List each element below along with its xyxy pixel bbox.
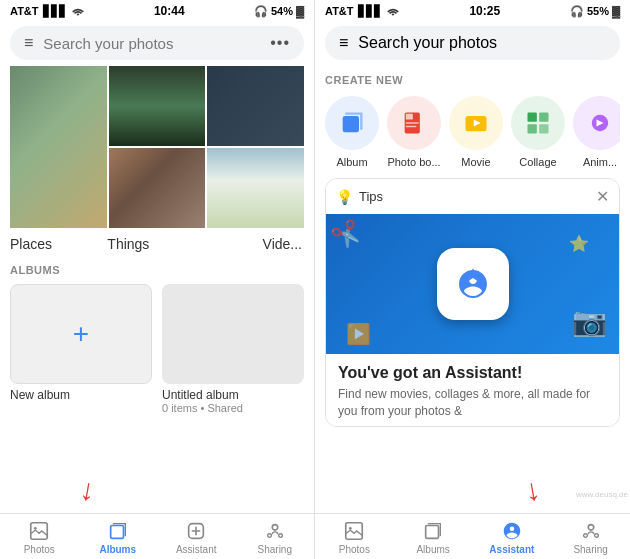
right-nav-assistant-icon (501, 520, 523, 542)
right-battery-icon: ▓ (612, 5, 620, 17)
tips-body: Find new movies, collages & more, all ma… (338, 386, 607, 420)
photo-cell-2[interactable] (109, 66, 206, 146)
right-nav-sharing-label: Sharing (573, 544, 607, 555)
create-album[interactable]: Album (325, 96, 379, 168)
right-bottom-nav: Photos Albums Assistant Sharing (315, 513, 630, 559)
svg-rect-9 (406, 114, 413, 120)
left-more-icon[interactable]: ••• (270, 34, 290, 52)
category-things[interactable]: Things (107, 236, 204, 252)
left-nav-assistant[interactable]: Assistant (157, 520, 236, 555)
camera-icon: 📷 (572, 305, 607, 338)
create-animation[interactable]: Anim... (573, 96, 620, 168)
svg-rect-21 (426, 526, 439, 539)
tips-close-button[interactable]: ✕ (596, 187, 609, 206)
star-icon: ⭐ (569, 234, 589, 253)
tips-center-assistant-icon (437, 248, 509, 320)
svg-point-5 (267, 534, 271, 538)
right-status-right: 🎧 55% ▓ (570, 5, 620, 18)
right-nav-sharing[interactable]: Sharing (551, 520, 630, 555)
untitled-album-thumb[interactable] (162, 284, 304, 384)
create-movie[interactable]: Movie (449, 96, 503, 168)
photo-cell-4[interactable] (109, 148, 206, 228)
create-movie-label: Movie (461, 156, 490, 168)
left-search-input[interactable]: Search your photos (43, 35, 260, 52)
left-search-bar[interactable]: ≡ Search your photos ••• (10, 26, 304, 60)
tips-title: Tips (359, 189, 590, 204)
create-animation-icon (573, 96, 620, 150)
create-collage-icon (511, 96, 565, 150)
photo-cell-5[interactable] (207, 148, 304, 228)
new-album-thumb[interactable]: + (10, 284, 152, 384)
right-carrier: AT&T (325, 5, 354, 17)
left-battery-icon: ▓ (296, 5, 304, 17)
photo-cell-3[interactable] (207, 66, 304, 146)
create-new-items: Album Photo bo... Movie Co (325, 96, 620, 168)
play-icon: ▶️ (346, 322, 371, 346)
untitled-album-sub: 0 items • Shared (162, 402, 304, 414)
svg-rect-16 (528, 124, 537, 133)
left-status-right: 🎧 54% ▓ (254, 5, 304, 18)
tips-lightbulb-icon: 💡 (336, 189, 353, 205)
right-battery: 55% (587, 5, 609, 17)
right-search-input[interactable]: Search your photos (358, 34, 497, 52)
left-nav-albums-label: Albums (99, 544, 136, 555)
categories-row: Places Things Vide... (0, 230, 314, 256)
right-nav-albums-icon (422, 520, 444, 542)
category-videos[interactable]: Vide... (205, 236, 304, 252)
svg-rect-17 (539, 124, 548, 133)
right-wifi-icon (386, 5, 400, 18)
tips-headline: You've got an Assistant! (338, 364, 607, 382)
left-photo-grid (10, 66, 304, 230)
photo-cell-1[interactable] (10, 66, 107, 228)
right-headphones-icon: 🎧 (570, 5, 584, 18)
right-nav-albums-label: Albums (416, 544, 449, 555)
create-new-label: CREATE NEW (325, 74, 620, 86)
right-signal-icon: ▋▋▋ (358, 5, 382, 18)
right-nav-assistant-label: Assistant (489, 544, 534, 555)
right-time: 10:25 (469, 4, 500, 18)
right-search-bar[interactable]: ≡ Search your photos (325, 26, 620, 60)
left-nav-albums[interactable]: Albums (79, 520, 158, 555)
svg-point-4 (272, 525, 278, 531)
left-status-left: AT&T ▋▋▋ (10, 5, 85, 18)
left-status-bar: AT&T ▋▋▋ 10:44 🎧 54% ▓ (0, 0, 314, 22)
right-status-left: AT&T ▋▋▋ (325, 5, 400, 18)
new-album-item[interactable]: + New album (10, 284, 152, 414)
tips-text-area: You've got an Assistant! Find new movies… (326, 354, 619, 426)
new-album-name: New album (10, 388, 152, 402)
svg-point-23 (583, 534, 587, 538)
left-nav-sharing[interactable]: Sharing (236, 520, 315, 555)
left-arrow-indicator: ↓ (77, 472, 98, 508)
right-nav-assistant[interactable]: Assistant (473, 520, 552, 555)
svg-rect-15 (539, 113, 548, 122)
left-battery: 54% (271, 5, 293, 17)
right-nav-sharing-icon (580, 520, 602, 542)
watermark: www.deusq.de (576, 490, 628, 499)
create-photobook-label: Photo bo... (387, 156, 440, 168)
tips-banner: ✂️ 📷 ⭐ ▶️ (326, 214, 619, 354)
category-places[interactable]: Places (10, 236, 107, 252)
right-nav-photos[interactable]: Photos (315, 520, 394, 555)
create-collage[interactable]: Collage (511, 96, 565, 168)
right-arrow-indicator: ↓ (522, 472, 543, 508)
right-nav-albums[interactable]: Albums (394, 520, 473, 555)
left-nav-photos[interactable]: Photos (0, 520, 79, 555)
right-nav-photos-icon (343, 520, 365, 542)
left-nav-assistant-icon (185, 520, 207, 542)
right-hamburger-icon[interactable]: ≡ (339, 34, 348, 52)
left-time: 10:44 (154, 4, 185, 18)
svg-rect-7 (343, 116, 359, 132)
create-animation-label: Anim... (583, 156, 617, 168)
create-photobook[interactable]: Photo bo... (387, 96, 441, 168)
left-nav-sharing-icon (264, 520, 286, 542)
create-album-label: Album (336, 156, 367, 168)
svg-point-22 (588, 525, 594, 531)
albums-grid: + New album Untitled album 0 items • Sha… (10, 284, 304, 414)
left-hamburger-icon[interactable]: ≡ (24, 34, 33, 52)
right-status-bar: AT&T ▋▋▋ 10:25 🎧 55% ▓ (315, 0, 630, 22)
svg-rect-2 (110, 526, 123, 539)
albums-label: ALBUMS (10, 264, 304, 276)
untitled-album-item[interactable]: Untitled album 0 items • Shared (162, 284, 304, 414)
albums-section: ALBUMS + New album Untitled album 0 item… (0, 256, 314, 418)
right-nav-photos-label: Photos (339, 544, 370, 555)
